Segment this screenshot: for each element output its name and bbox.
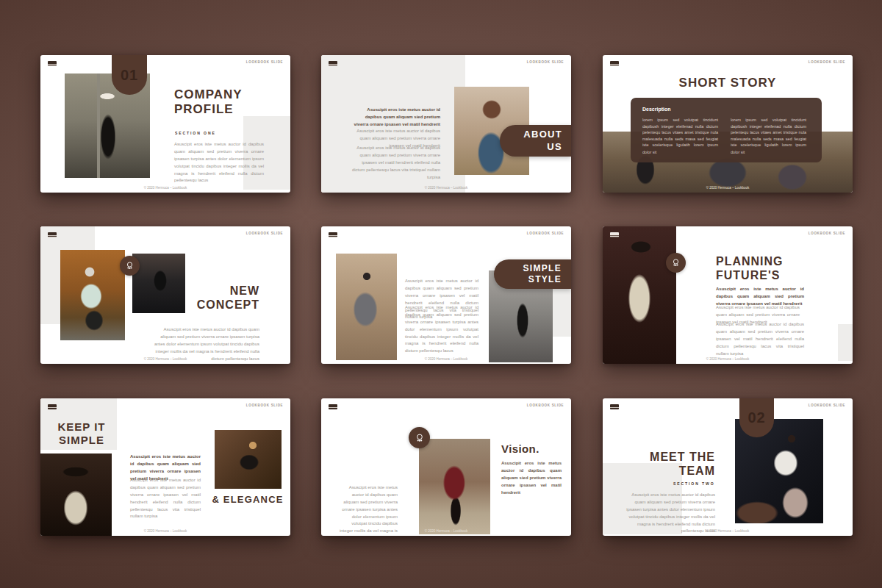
footer-credit: © 2020 Hermuca – Lookbook <box>72 530 259 534</box>
slide-title: MEET THE TEAM <box>632 450 715 478</box>
brand-logo-icon <box>329 61 337 66</box>
description-card: Description lorem ipsum sed volutpat tin… <box>631 98 822 162</box>
brand-logo-icon <box>48 61 57 66</box>
header-label: LOOKBOOK SLIDE <box>246 404 283 407</box>
slide-title: Vision. <box>501 442 539 456</box>
brand-logo-icon <box>48 404 57 409</box>
photo-red-cloak-image <box>419 439 490 534</box>
card-column-text: lorem ipsum sed volutpat tincidunt dapib… <box>642 117 718 156</box>
footer-credit: © 2020 Hermuca – Lookbook <box>353 530 540 534</box>
slide-keep-it-simple[interactable]: LOOKBOOK SLIDE KEEP IT SIMPLE Asuscipit … <box>40 398 290 536</box>
header-label: LOOKBOOK SLIDE <box>246 60 283 64</box>
brand-logo-icon <box>610 61 619 66</box>
brand-circle-badge <box>666 253 686 273</box>
body-text: Asuscipit eros iste metus auctor id dapi… <box>625 492 715 535</box>
body-text: Asuscipit eros iste metus auctor id dapi… <box>716 321 804 357</box>
slide-new-concept[interactable]: LOOKBOOK SLIDE NEW CONCEPT Asuscipit ero… <box>40 226 290 364</box>
body-text: Asuscipit eros iste metus auctor id dapi… <box>339 484 398 536</box>
brand-circle-badge <box>120 256 140 276</box>
section-subtitle: SECTION ONE <box>175 131 216 135</box>
brand-logo-icon <box>610 232 619 237</box>
photo-gray-coat-image <box>336 254 397 360</box>
slide-title: SHORT STORY <box>603 76 853 90</box>
card-heading: Description <box>642 107 671 112</box>
card-column-text: lorem ipsum sed volutpat tincidunt dapib… <box>731 117 806 156</box>
brand-circle-badge <box>409 427 430 448</box>
photo-rollerskates-image <box>60 250 125 340</box>
body-text: Asuscipit eros iste metus auctor id dapi… <box>405 304 478 355</box>
brand-logo-icon <box>610 404 619 409</box>
slide-title: PLANNING FUTURE'S <box>716 254 784 282</box>
body-text: Asuscipit eros iste metus auctor id dapi… <box>130 477 201 520</box>
section-subtitle: SECTION TWO <box>673 481 715 485</box>
body-text: Asuscipit eros iste metus auctor id dapi… <box>351 145 440 181</box>
footer-credit: © 2020 Hermuca – Lookbook <box>72 358 259 362</box>
slide-title: NEW CONCEPT <box>173 284 259 312</box>
slide-vision[interactable]: LOOKBOOK SLIDE Vision. Asuscipit eros is… <box>321 398 571 536</box>
about-us-ribbon: ABOUT US <box>500 125 571 157</box>
slide-planning-futures[interactable]: LOOKBOOK SLIDE PLANNING FUTURE'S Asuscip… <box>603 226 853 364</box>
slide-title: COMPANY PROFILE <box>174 87 243 118</box>
intro-text: Asuscipit eros iste metus auctor id dapi… <box>351 107 440 129</box>
photo-black-hat-image <box>40 453 112 536</box>
slide-short-story[interactable]: LOOKBOOK SLIDE SHORT STORY Description l… <box>603 55 853 193</box>
footer-credit: © 2020 Hermuca – Lookbook <box>634 358 822 362</box>
section-number-badge: 02 <box>739 398 774 437</box>
footer-credit: © 2020 Hermuca – Lookbook <box>72 187 259 190</box>
section-number-badge: 01 <box>112 55 147 95</box>
elegance-tagline: & ELEGANCE <box>211 494 284 505</box>
header-label: LOOKBOOK SLIDE <box>808 404 845 407</box>
slide-simple-style[interactable]: SIMPLE STYLE LOOKBOOK SLIDE Asuscipit er… <box>321 226 571 364</box>
section-number: 01 <box>121 67 138 84</box>
gray-panel <box>838 324 853 361</box>
slide-company-profile[interactable]: 01 LOOKBOOK SLIDE COMPANY PROFILE SECTIO… <box>40 55 290 193</box>
slide-meet-the-team[interactable]: 02 LOOKBOOK SLIDE MEET THE TEAM SECTION … <box>603 398 853 536</box>
hermuca-crest-icon <box>671 258 681 268</box>
footer-credit: © 2020 Hermuca – Lookbook <box>353 187 540 190</box>
brand-logo-icon <box>329 232 337 237</box>
header-label: LOOKBOOK SLIDE <box>527 404 564 407</box>
section-number: 02 <box>747 409 765 426</box>
brand-logo-icon <box>329 404 337 409</box>
ribbon-label: ABOUT US <box>500 129 562 153</box>
footer-credit: © 2020 Hermuca – Lookbook <box>634 187 822 190</box>
header-label: LOOKBOOK SLIDE <box>808 60 845 64</box>
brand-logo-icon <box>48 232 57 237</box>
slide-about-us[interactable]: ABOUT US LOOKBOOK SLIDE Asuscipit eros i… <box>321 55 571 193</box>
header-label: LOOKBOOK SLIDE <box>527 60 564 64</box>
photo-plaid-suit-image <box>603 226 676 364</box>
header-label: LOOKBOOK SLIDE <box>527 232 564 235</box>
photo-stairs-image <box>215 430 282 489</box>
header-label: LOOKBOOK SLIDE <box>808 232 845 235</box>
footer-credit: © 2020 Hermuca – Lookbook <box>353 358 540 362</box>
intro-text: Asuscipit eros iste metus auctor id dapi… <box>501 460 562 496</box>
hermuca-crest-icon <box>125 261 135 270</box>
footer-credit: © 2020 Hermuca – Lookbook <box>634 530 822 534</box>
ribbon-label: SIMPLE STYLE <box>494 263 562 285</box>
body-text: Asuscipit eros iste metus auctor id dapi… <box>174 141 264 184</box>
hermuca-crest-icon <box>415 433 425 443</box>
slide-title: KEEP IT SIMPLE <box>46 420 117 447</box>
simple-style-ribbon: SIMPLE STYLE <box>494 259 571 289</box>
header-label: LOOKBOOK SLIDE <box>246 232 283 235</box>
